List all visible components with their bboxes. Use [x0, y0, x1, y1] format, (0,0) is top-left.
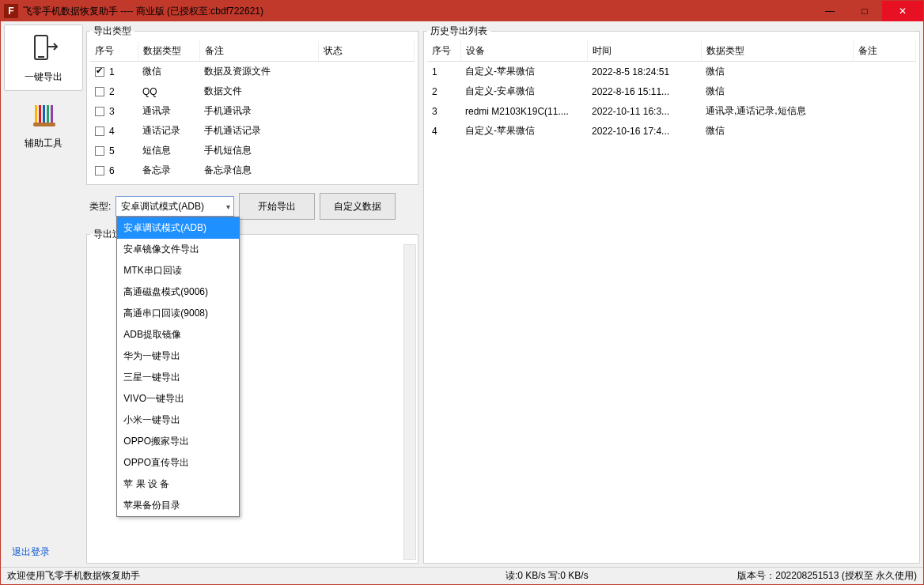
mode-option[interactable]: 高通串口回读(9008) [117, 303, 239, 324]
table-row[interactable]: 5短信息手机短信息 [90, 141, 415, 160]
status-speed: 读:0 KB/s 写:0 KB/s [506, 569, 664, 583]
maximize-button[interactable]: □ [847, 1, 882, 21]
mode-option[interactable]: 苹果备份目录 [117, 495, 239, 516]
export-toolbar: 类型: 安卓调试模式(ADB) ▾ 安卓调试模式(ADB)安卓镜像文件导出MTK… [86, 185, 418, 228]
table-row[interactable]: 4通话记录手机通话记录 [90, 121, 415, 141]
col-no[interactable]: 序号 [90, 41, 138, 62]
row-checkbox[interactable] [95, 126, 104, 136]
custom-data-button[interactable]: 自定义数据 [320, 193, 396, 220]
cell-type: 微信 [701, 121, 853, 141]
mode-option[interactable]: 高通磁盘模式(9006) [117, 281, 239, 303]
cell-time: 2022-10-16 17:4... [587, 121, 701, 141]
table-row[interactable]: 3通讯录手机通讯录 [90, 101, 415, 121]
cell-type: 微信 [138, 62, 199, 82]
mode-option[interactable]: 小米一键导出 [117, 410, 239, 431]
col-type[interactable]: 数据类型 [138, 41, 199, 62]
sidebar: 一键导出 辅助工具 退出登录 [4, 25, 83, 564]
sidebar-item-label: 一键导出 [25, 70, 62, 84]
history-table: 序号 设备 时间 数据类型 备注 1自定义-苹果微信2022-8-5 18:24… [427, 41, 916, 141]
cell-time: 2022-8-5 18:24:51 [587, 62, 701, 82]
table-row[interactable]: 7多媒体文件图片视频录音 [90, 180, 415, 181]
cell-remark: 手机短信息 [199, 141, 318, 160]
cell-type: 多媒体文件 [138, 180, 199, 181]
cell-remark [853, 121, 916, 141]
sidebar-item-tools[interactable]: 辅助工具 [4, 91, 83, 157]
row-checkbox[interactable] [95, 166, 104, 176]
cell-type: 备忘录 [138, 160, 199, 180]
svg-rect-3 [35, 105, 37, 123]
cell-type: 通话记录 [138, 121, 199, 141]
cell-status [318, 121, 415, 141]
cell-no: 2 [427, 81, 460, 101]
mode-option[interactable]: 安卓调试模式(ADB) [117, 217, 239, 239]
mode-option[interactable]: ADB提取镜像 [117, 324, 239, 345]
svg-rect-7 [51, 105, 53, 123]
svg-rect-4 [39, 105, 41, 123]
table-row[interactable]: 1自定义-苹果微信2022-8-5 18:24:51微信 [427, 62, 916, 82]
sidebar-item-label: 辅助工具 [25, 137, 62, 150]
hist-col-remark[interactable]: 备注 [853, 41, 916, 62]
cell-remark: 数据及资源文件 [199, 62, 318, 82]
history-panel: 历史导出列表 序号 设备 时间 数据类型 备注 [423, 25, 920, 564]
minimize-button[interactable]: — [812, 1, 847, 21]
mode-select-value: 安卓调试模式(ADB) [121, 200, 204, 213]
svg-rect-0 [35, 36, 47, 59]
cell-type: 通讯录 [138, 101, 199, 121]
start-export-button[interactable]: 开始导出 [239, 193, 315, 220]
tools-icon [27, 99, 60, 132]
hist-col-no[interactable]: 序号 [427, 41, 460, 62]
export-types-legend: 导出类型 [90, 25, 134, 38]
cell-type: QQ [138, 81, 199, 101]
mode-option[interactable]: OPPO搬家导出 [117, 431, 239, 452]
cell-type: 通讯录,通话记录,短信息 [701, 101, 853, 121]
history-legend: 历史导出列表 [427, 25, 490, 38]
cell-status [318, 180, 415, 181]
hist-col-type[interactable]: 数据类型 [701, 41, 853, 62]
cell-device: redmi M2103K19C(11.... [460, 101, 587, 121]
hist-col-time[interactable]: 时间 [587, 41, 701, 62]
col-status[interactable]: 状态 [318, 41, 415, 62]
cell-status [318, 101, 415, 121]
cell-device: 自定义-苹果微信 [460, 121, 587, 141]
mode-option[interactable]: 华为一键导出 [117, 345, 239, 367]
cell-type: 微信 [701, 81, 853, 101]
cell-status [318, 62, 415, 82]
row-checkbox[interactable] [95, 87, 104, 96]
row-checkbox[interactable] [95, 107, 104, 116]
cell-time: 2022-10-11 16:3... [587, 101, 701, 121]
close-button[interactable]: ✕ [882, 1, 923, 21]
cell-remark: 数据文件 [199, 81, 318, 101]
hist-col-device[interactable]: 设备 [460, 41, 587, 62]
mode-option[interactable]: 安卓镜像文件导出 [117, 239, 239, 260]
table-row[interactable]: 3redmi M2103K19C(11....2022-10-11 16:3..… [427, 101, 916, 121]
mode-option[interactable]: OPPO直传导出 [117, 452, 239, 474]
table-row[interactable]: 4自定义-苹果微信2022-10-16 17:4...微信 [427, 121, 916, 141]
table-row[interactable]: 1微信数据及资源文件 [90, 62, 415, 82]
svg-rect-6 [47, 105, 49, 123]
cell-status [318, 81, 415, 101]
mode-select[interactable]: 安卓调试模式(ADB) ▾ 安卓调试模式(ADB)安卓镜像文件导出MTK串口回读… [116, 196, 234, 217]
cell-type: 短信息 [138, 141, 199, 160]
title-bar[interactable]: F 飞零手机数据恢复助手 ---- 商业版 (已授权至:cbdf722621) … [1, 1, 923, 21]
cell-remark: 备忘录信息 [199, 160, 318, 180]
sidebar-item-export[interactable]: 一键导出 [4, 25, 83, 91]
cell-no: 1 [427, 62, 460, 82]
status-version: 版本号：202208251513 (授权至 永久使用) [664, 569, 917, 583]
logout-link[interactable]: 退出登录 [4, 541, 83, 564]
row-checkbox[interactable] [95, 67, 104, 77]
mode-option[interactable]: MTK串口回读 [117, 260, 239, 281]
col-remark[interactable]: 备注 [199, 41, 318, 62]
table-row[interactable]: 2QQ数据文件 [90, 81, 415, 101]
export-types-panel: 导出类型 序号 数据类型 备注 状态 1微信数据及资源文件2QQ数据文件3通讯录… [86, 25, 418, 185]
process-scrollbar[interactable] [403, 244, 416, 560]
mode-option[interactable]: VIVO一键导出 [117, 388, 239, 410]
mode-option[interactable]: 苹 果 设 备 [117, 474, 239, 495]
table-row[interactable]: 2自定义-安卓微信2022-8-16 15:11...微信 [427, 81, 916, 101]
row-checkbox[interactable] [95, 146, 104, 156]
cell-no: 4 [427, 121, 460, 141]
type-label: 类型: [89, 200, 111, 213]
table-row[interactable]: 6备忘录备忘录信息 [90, 160, 415, 180]
app-icon: F [4, 4, 18, 18]
mode-option[interactable]: 三星一键导出 [117, 367, 239, 388]
cell-device: 自定义-苹果微信 [460, 62, 587, 82]
